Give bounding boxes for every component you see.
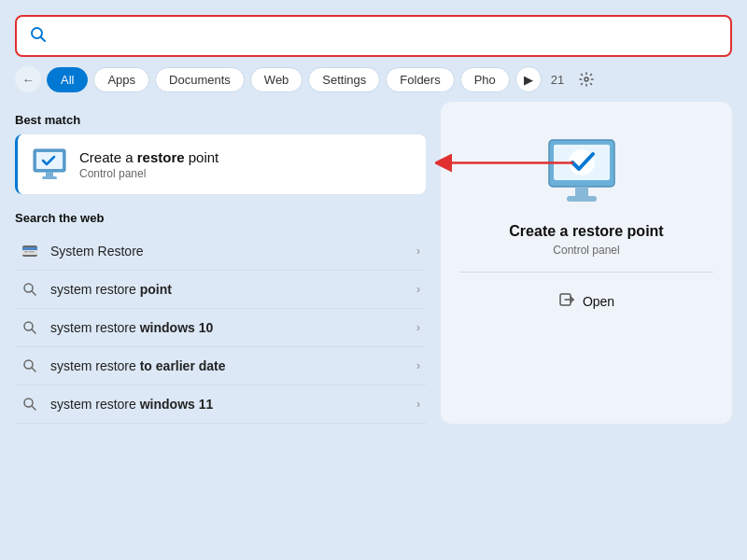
best-match-title: Best match [15,113,426,127]
tab-photos[interactable]: Pho [460,67,510,92]
svg-rect-12 [24,251,28,253]
web-search-title: Search the web [15,211,426,225]
web-item-2[interactable]: system restore windows 10 › [15,309,426,347]
right-panel-title: Create a restore point [509,223,663,240]
tab-web[interactable]: Web [250,67,303,92]
web-item-4[interactable]: system restore windows 11 › [15,385,426,424]
tab-folders[interactable]: Folders [386,67,454,92]
right-panel: Create a restore point Control panel Ope… [441,102,732,424]
back-icon: ← [22,73,35,87]
web-item-3[interactable]: system restore to earlier date › [15,347,426,385]
svg-rect-25 [575,187,588,196]
svg-rect-6 [42,176,57,179]
search-icon-2 [21,318,39,337]
tab-all[interactable]: All [47,67,88,92]
right-panel-divider [459,272,713,273]
tab-settings-icon[interactable] [573,66,599,92]
svg-line-21 [32,406,35,410]
svg-rect-11 [22,247,37,250]
tab-count: 21 [547,73,568,87]
svg-rect-13 [29,251,35,253]
chevron-icon-0: › [416,245,420,258]
web-item-1[interactable]: system restore point › [15,271,426,309]
svg-line-19 [32,368,35,371]
web-items: System Restore › system restore point › [15,232,426,424]
svg-rect-5 [46,172,53,176]
web-item-text-0: System Restore [50,244,405,259]
best-match-item-subtitle: Control panel [79,167,218,180]
best-match-item-title: Create a restore point [79,149,218,165]
svg-line-1 [41,37,46,42]
svg-rect-26 [567,196,597,202]
best-match-text: Create a restore point Control panel [79,149,218,180]
left-panel: Best match Cre [15,102,426,424]
globe-icon [21,242,39,260]
chevron-icon-3: › [416,359,420,372]
right-panel-icon [544,135,628,210]
tab-more-button[interactable]: ▶ [515,66,542,92]
tab-documents[interactable]: Documents [155,67,245,92]
right-panel-subtitle: Control panel [553,244,619,257]
control-panel-icon [31,146,68,183]
svg-line-17 [32,329,35,333]
chevron-icon-4: › [416,398,420,411]
web-item-0[interactable]: System Restore › [15,232,426,271]
svg-point-2 [585,77,588,81]
search-icon-4 [21,395,39,413]
search-icon [30,26,47,46]
search-icon-3 [21,357,39,375]
web-item-text-1: system restore point [50,282,405,297]
best-match-item[interactable]: Create a restore point Control panel [15,134,426,194]
play-icon: ▶ [524,73,533,87]
search-icon-1 [21,280,39,299]
main-content: Best match Cre [0,102,747,424]
svg-line-15 [32,291,35,295]
filter-tabs: ← All Apps Documents Web Settings Folder… [0,57,747,102]
tab-apps[interactable]: Apps [93,67,149,92]
web-item-text-2: system restore windows 10 [50,320,405,335]
web-item-text-4: system restore windows 11 [50,397,405,412]
back-button[interactable]: ← [15,66,41,92]
chevron-icon-1: › [416,283,420,296]
tab-settings[interactable]: Settings [308,67,380,92]
search-bar-container: system restore [15,15,732,57]
open-icon [558,291,575,312]
web-item-text-3: system restore to earlier date [50,358,405,373]
chevron-icon-2: › [416,321,420,334]
search-input[interactable]: system restore [56,28,717,45]
open-button[interactable]: Open [558,287,614,315]
open-label: Open [583,294,614,309]
